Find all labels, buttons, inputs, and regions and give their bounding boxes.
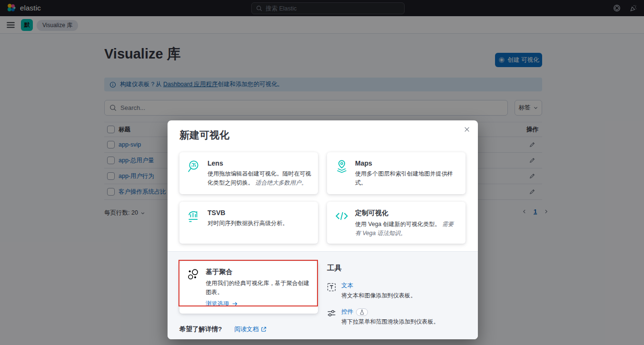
arrow-right-icon bbox=[232, 301, 238, 307]
new-visualization-modal: 新建可视化 Lens 使用拖放编辑器创建可视化。随时在可视化类型之间切换。 适合… bbox=[168, 120, 478, 339]
tools-heading: 工具 bbox=[327, 263, 467, 273]
modal-footer: 希望了解详情? 阅读文档 bbox=[179, 325, 267, 334]
modal-title: 新建可视化 bbox=[179, 128, 229, 142]
lens-icon bbox=[187, 159, 201, 174]
vis-type-card-lens[interactable]: Lens 使用拖放编辑器创建可视化。随时在可视化类型之间切换。 适合绝大多数用户… bbox=[179, 152, 318, 194]
card-title: TSVB bbox=[208, 209, 288, 217]
controls-sliders-icon bbox=[327, 309, 336, 326]
maps-icon bbox=[335, 159, 349, 174]
beaker-icon bbox=[359, 309, 365, 315]
browse-options-link[interactable]: 浏览选项 bbox=[206, 300, 238, 308]
vis-type-card-aggregation[interactable]: 基于聚合 使用我们的经典可视化库，基于聚合创建图表。 浏览选项 bbox=[179, 261, 318, 314]
visualize-library-page: elastic bbox=[0, 0, 644, 345]
vis-type-card-tsvb[interactable]: TSVB 对时间序列数据执行高级分析。 bbox=[179, 202, 318, 244]
controls-tool-link[interactable]: 控件 bbox=[341, 308, 353, 316]
text-tool-link[interactable]: 文本 bbox=[341, 282, 353, 290]
external-link-icon bbox=[261, 326, 267, 332]
card-title: Lens bbox=[208, 159, 311, 167]
code-icon bbox=[335, 209, 349, 223]
footer-question: 希望了解详情? bbox=[179, 325, 222, 334]
tool-item-controls[interactable]: 控件 将下拉菜单和范围滑块添加到仪表板。 bbox=[327, 308, 467, 326]
close-icon[interactable] bbox=[462, 124, 472, 135]
read-documentation-link[interactable]: 阅读文档 bbox=[234, 325, 267, 334]
tools-section: 工具 文本 将文本和图像添加到仪表板。 bbox=[327, 263, 467, 334]
card-title: Maps bbox=[355, 159, 459, 167]
tool-item-text[interactable]: 文本 将文本和图像添加到仪表板。 bbox=[327, 282, 467, 300]
vis-type-card-custom[interactable]: 定制可视化 使用 Vega 创建新的可视化类型。 需要有 Vega 语法知识。 bbox=[327, 202, 466, 244]
technical-preview-badge bbox=[356, 308, 368, 316]
card-title: 基于聚合 bbox=[206, 268, 311, 276]
text-icon bbox=[327, 283, 336, 300]
aggregation-bubbles-icon bbox=[187, 268, 199, 282]
tsvb-icon bbox=[187, 209, 201, 223]
card-title: 定制可视化 bbox=[355, 209, 459, 217]
vis-type-card-maps[interactable]: Maps 使用多个图层和索引创建地图并提供样式。 bbox=[327, 152, 466, 194]
